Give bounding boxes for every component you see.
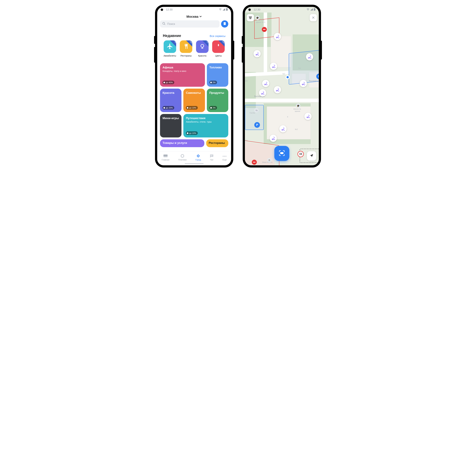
school-marker-icon: 🎓	[255, 16, 260, 20]
category-groceries[interactable]: Продукты 2%	[207, 89, 228, 112]
search-icon	[162, 22, 166, 26]
no-entry-pin	[262, 27, 267, 32]
qr-scan-icon	[278, 150, 285, 157]
bldg-number: 6с2	[295, 128, 298, 130]
close-icon: ✕	[312, 16, 315, 20]
tab-chat[interactable]: Чат	[210, 153, 213, 161]
scooter-pin[interactable]	[259, 89, 266, 96]
category-scooters[interactable]: Самокаты до 10%	[183, 89, 205, 112]
parking-pin[interactable]: P	[254, 122, 260, 128]
camera-cutout	[248, 8, 251, 11]
recent-item-flights[interactable]: 7% Авиабилеты	[163, 40, 177, 57]
category-goods[interactable]: Товары и услуги	[160, 139, 204, 147]
cashback-badge: 2%	[209, 106, 217, 110]
svg-rect-5	[163, 155, 168, 156]
cashback-badge: до 40%	[162, 81, 174, 84]
svg-rect-7	[211, 155, 213, 155]
recent-item-beauty[interactable]: 5% Красота	[195, 40, 209, 57]
receipt-icon	[223, 22, 226, 26]
school-sublabel: здание № 5	[256, 21, 265, 23]
search-input[interactable]: Поиск	[160, 20, 220, 27]
scooter-pin[interactable]	[274, 86, 281, 93]
recent-item-restaurants[interactable]: 10% Рестораны	[179, 40, 193, 57]
wifi-icon	[219, 8, 222, 11]
school-sublabel: здание	[295, 110, 300, 112]
tab-main[interactable]: Главная	[162, 153, 169, 161]
close-button[interactable]: ✕	[310, 14, 317, 21]
city-selector[interactable]: Москва	[187, 15, 202, 18]
status-time: 12:30	[254, 8, 260, 11]
school-label: Школа №	[293, 108, 301, 110]
recent-item-flowers[interactable]: 20% Цветы	[212, 40, 226, 57]
scooter-pin[interactable]	[279, 125, 287, 132]
locate-me-button[interactable]	[307, 151, 316, 161]
scooter-pin[interactable]	[262, 80, 269, 87]
receipts-button[interactable]	[221, 20, 228, 27]
scooter-pin[interactable]	[306, 53, 313, 60]
cafe-marker-icon: ☕	[267, 158, 272, 162]
street-label: Высокая у	[309, 80, 318, 82]
category-minigames[interactable]: Мини-игры	[160, 114, 181, 137]
status-bar: 12:30	[245, 7, 319, 13]
cashback-badge: до 20%	[162, 106, 174, 110]
signal-icon	[223, 8, 225, 11]
scooter-pin[interactable]	[304, 113, 312, 120]
poi-label: ник	[245, 80, 247, 82]
my-location-dot	[286, 75, 290, 79]
cashback-badge: до 10%	[186, 131, 198, 135]
category-afisha[interactable]: Афиша Концерты, театр и кино до 40%	[160, 63, 205, 87]
city-name: Москва	[187, 15, 199, 18]
scooter-pin[interactable]	[270, 63, 277, 70]
scan-qr-button[interactable]	[274, 146, 289, 161]
svg-point-9	[223, 156, 224, 157]
svg-rect-13	[314, 8, 315, 8]
tab-payments[interactable]: Платежи	[178, 153, 187, 161]
tab-city[interactable]: Город	[196, 153, 201, 161]
scooter-pin[interactable]	[254, 50, 261, 57]
tab-more[interactable]: Еще	[222, 153, 227, 161]
card-icon	[163, 154, 168, 158]
dots-icon	[222, 155, 227, 157]
bldg-number: 6	[287, 116, 288, 118]
scooter-pin[interactable]	[270, 135, 277, 142]
svg-point-10	[224, 156, 225, 157]
cashback-badge: до 10%	[186, 106, 198, 110]
all-services-link[interactable]: Все сервисы	[210, 34, 225, 38]
location-arrow-icon	[310, 153, 314, 158]
wifi-icon	[306, 8, 309, 11]
poi-label: Familia	[250, 112, 255, 114]
no-entry-pin	[252, 160, 257, 165]
category-travel[interactable]: Путешествия Авиабилеты, отели, туры до 1…	[183, 114, 228, 137]
battery-icon	[314, 8, 315, 11]
speed-limit-badge: 15	[298, 151, 304, 157]
home-indicator	[185, 163, 204, 164]
scooter-pin[interactable]	[300, 80, 307, 87]
category-fuel[interactable]: Топливо 2%	[207, 63, 228, 87]
battery-icon	[226, 8, 228, 11]
scooter-pin[interactable]	[274, 33, 281, 40]
category-restaurants[interactable]: Рестораны	[206, 139, 228, 147]
svg-rect-12	[314, 8, 315, 11]
bldg-number: 7с1	[298, 67, 301, 69]
search-placeholder: Поиск	[167, 22, 175, 26]
phone-frame-1: 12:30 Москва	[155, 5, 233, 168]
svg-rect-14	[280, 152, 283, 154]
svg-rect-0	[226, 8, 228, 11]
recent-title: Недавние	[163, 34, 181, 38]
poi-label: ент	[245, 139, 247, 141]
camera-cutout	[161, 8, 163, 11]
menu-button[interactable]	[247, 14, 254, 21]
svg-rect-8	[211, 156, 212, 156]
category-beauty[interactable]: Красота до 20%	[160, 89, 181, 112]
status-bar: 12:30	[157, 7, 231, 13]
school-marker-icon: 🎓	[296, 104, 300, 108]
svg-rect-1	[227, 8, 227, 8]
signal-icon	[310, 8, 313, 11]
circle-icon	[181, 154, 184, 158]
chat-icon	[210, 154, 213, 158]
status-time: 12:30	[166, 8, 173, 11]
bldg-number: 5к2	[282, 73, 285, 75]
tabbar: Главная Платежи Город Чат Еще	[157, 151, 231, 163]
svg-point-6	[181, 154, 184, 157]
map-view[interactable]: Высокая ул. Высокая у ла № 1375 здание №…	[245, 13, 319, 165]
